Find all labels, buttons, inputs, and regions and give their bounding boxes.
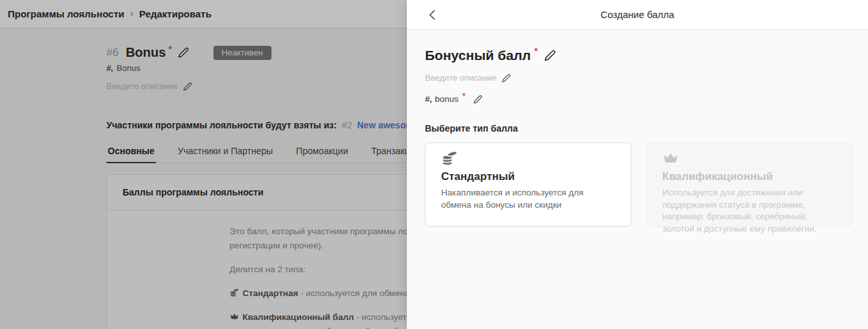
coins-icon xyxy=(441,150,458,166)
card-description-standard: Накапливается и используется для обмена … xyxy=(441,187,615,211)
app-root: Программы лояльности › Редактировать #6 … xyxy=(0,0,868,329)
card-title-qualification: Квалификационный xyxy=(662,170,836,183)
edit-point-name-pencil-icon[interactable] xyxy=(544,50,556,61)
point-description-row: Введите описание xyxy=(425,73,853,83)
edit-point-description-pencil-icon[interactable] xyxy=(502,74,511,83)
card-description-qualification: Используется для достижения или поддержа… xyxy=(662,187,836,235)
point-system-name-row: #, bonus * xyxy=(425,94,853,104)
drawer-header: Создание балла xyxy=(407,0,868,30)
required-mark: * xyxy=(462,92,466,101)
point-name: Бонусный балл xyxy=(425,48,531,63)
drawer-body: Бонусный балл * Введите описание #, bonu… xyxy=(407,30,868,226)
create-point-drawer: Создание балла Бонусный балл * Введите о… xyxy=(407,0,868,329)
point-system-name: bonus xyxy=(435,94,459,104)
edit-point-system-name-pencil-icon[interactable] xyxy=(473,95,482,104)
point-type-card-qualification: Квалификационный Используется для достиж… xyxy=(646,143,853,226)
point-type-card-standard[interactable]: Стандартный Накапливается и используется… xyxy=(425,143,631,226)
drawer-title: Создание балла xyxy=(600,9,674,20)
point-type-cards: Стандартный Накапливается и используется… xyxy=(425,143,853,226)
crown-icon xyxy=(662,150,679,166)
back-icon[interactable] xyxy=(426,8,439,21)
point-description-placeholder: Введите описание xyxy=(425,73,497,83)
card-title-standard: Стандартный xyxy=(441,170,615,183)
point-name-row: Бонусный балл * xyxy=(425,48,853,63)
required-mark: * xyxy=(534,45,538,56)
point-type-section-label: Выберите тип балла xyxy=(425,123,853,134)
hash-icon: #, xyxy=(425,94,431,104)
